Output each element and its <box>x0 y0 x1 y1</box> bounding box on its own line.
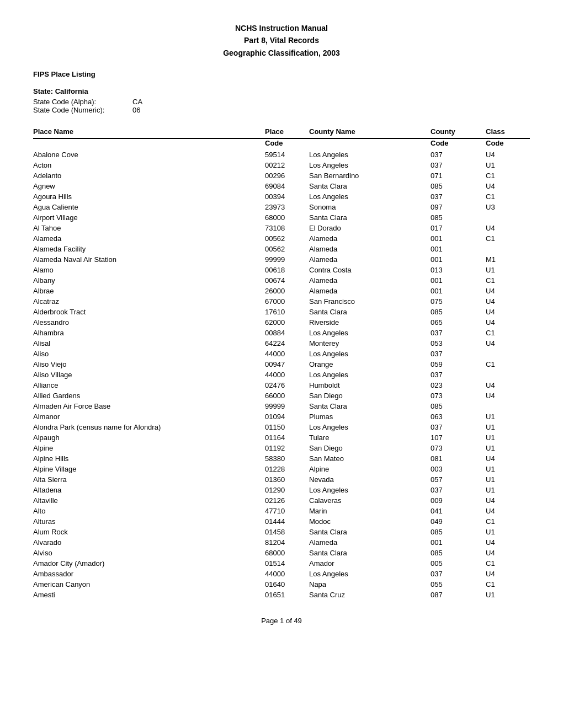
cell-place-code: 01640 <box>265 579 309 590</box>
cell-county-name: Marin <box>309 506 431 516</box>
cell-county-name: Los Angeles <box>309 149 431 160</box>
cell-county-code: 001 <box>431 233 486 244</box>
th-class-code-1: Class <box>486 125 530 138</box>
cell-county-name: Humboldt <box>309 380 431 390</box>
cell-place-name: Alpine Village <box>33 464 265 474</box>
cell-place-code: 01150 <box>265 422 309 432</box>
cell-county-name: Nevada <box>309 474 431 485</box>
cell-place-name: American Canyon <box>33 579 265 590</box>
cell-class-code: C1 <box>486 558 530 569</box>
cell-county-name: Modoc <box>309 516 431 527</box>
cell-class-code: U4 <box>486 390 530 401</box>
cell-county-code: 003 <box>431 464 486 474</box>
cell-county-name: Alameda <box>309 275 431 286</box>
cell-county-name: San Francisco <box>309 296 431 307</box>
th-place-code-1: Place <box>265 125 309 138</box>
cell-place-code: 99999 <box>265 254 309 265</box>
cell-place-code: 01192 <box>265 443 309 453</box>
th-county-code-2: Code <box>431 138 486 149</box>
cell-county-name: Los Angeles <box>309 485 431 495</box>
table-row: Altadena01290Los Angeles037U1 <box>33 485 530 495</box>
cell-class-code: U1 <box>486 432 530 443</box>
cell-county-code: 073 <box>431 443 486 453</box>
cell-county-code: 075 <box>431 296 486 307</box>
cell-class-code: U4 <box>486 495 530 506</box>
cell-county-code: 085 <box>431 527 486 537</box>
cell-county-name: Alameda <box>309 254 431 265</box>
table-row: Alderbrook Tract17610Santa Clara085U4 <box>33 307 530 317</box>
cell-place-name: Alum Rock <box>33 527 265 537</box>
cell-place-name: Aliso Viejo <box>33 359 265 370</box>
cell-county-code: 055 <box>431 579 486 590</box>
cell-place-name: Alto <box>33 506 265 516</box>
cell-class-code: U4 <box>486 506 530 516</box>
cell-county-name: Sonoma <box>309 202 431 212</box>
cell-place-code: 17610 <box>265 307 309 317</box>
table-row: Airport Village68000Santa Clara085 <box>33 212 530 223</box>
cell-place-name: Agua Caliente <box>33 202 265 212</box>
cell-class-code: U1 <box>486 590 530 600</box>
cell-place-code: 00947 <box>265 359 309 370</box>
cell-county-code: 001 <box>431 537 486 548</box>
page-label: Page 1 of 49 <box>261 617 302 625</box>
cell-place-name: Albany <box>33 275 265 286</box>
cell-place-name: Agnew <box>33 181 265 191</box>
cell-class-code <box>486 349 530 359</box>
cell-place-name: Alisal <box>33 338 265 349</box>
cell-county-code: 013 <box>431 265 486 275</box>
cell-county-code: 001 <box>431 244 486 254</box>
cell-class-code: U3 <box>486 202 530 212</box>
cell-place-code: 00562 <box>265 233 309 244</box>
table-row: Al Tahoe73108El Dorado017U4 <box>33 223 530 233</box>
cell-place-name: Alpine Hills <box>33 453 265 464</box>
table-header-row-1: Place Name Place County Name County Clas… <box>33 125 530 138</box>
cell-class-code: U1 <box>486 474 530 485</box>
cell-county-name: Los Angeles <box>309 422 431 432</box>
cell-place-name: Amador City (Amador) <box>33 558 265 569</box>
cell-class-code: C1 <box>486 359 530 370</box>
cell-class-code: C1 <box>486 579 530 590</box>
cell-county-name: Napa <box>309 579 431 590</box>
cell-class-code: U4 <box>486 286 530 296</box>
cell-county-code: 017 <box>431 223 486 233</box>
cell-county-code: 037 <box>431 485 486 495</box>
cell-class-code: C1 <box>486 275 530 286</box>
cell-county-name: Alameda <box>309 537 431 548</box>
table-row: Alessandro62000Riverside065U4 <box>33 317 530 328</box>
cell-county-code: 037 <box>431 422 486 432</box>
table-row: Alvarado81204Alameda001U4 <box>33 537 530 548</box>
table-row: Almanor01094Plumas063U1 <box>33 411 530 422</box>
cell-place-code: 47710 <box>265 506 309 516</box>
cell-place-name: Allied Gardens <box>33 390 265 401</box>
cell-county-code: 085 <box>431 307 486 317</box>
cell-place-code: 00394 <box>265 191 309 202</box>
cell-county-name: Los Angeles <box>309 328 431 338</box>
cell-place-code: 44000 <box>265 569 309 579</box>
cell-county-name: Los Angeles <box>309 160 431 170</box>
cell-county-name: Santa Clara <box>309 212 431 223</box>
cell-county-code: 001 <box>431 286 486 296</box>
cell-place-code: 99999 <box>265 401 309 411</box>
cell-county-code: 073 <box>431 390 486 401</box>
cell-county-code: 005 <box>431 558 486 569</box>
cell-class-code: U1 <box>486 422 530 432</box>
cell-class-code: U4 <box>486 548 530 558</box>
cell-county-name: San Diego <box>309 390 431 401</box>
cell-class-code: U4 <box>486 307 530 317</box>
cell-class-code: U1 <box>486 160 530 170</box>
cell-place-name: Alderbrook Tract <box>33 307 265 317</box>
table-row: Aliso Viejo00947Orange059C1 <box>33 359 530 370</box>
cell-county-name: Alameda <box>309 286 431 296</box>
th-class-code-2: Code <box>486 138 530 149</box>
cell-county-code: 037 <box>431 191 486 202</box>
cell-place-name: Aliso Village <box>33 370 265 380</box>
cell-place-code: 44000 <box>265 349 309 359</box>
cell-place-name: Alpaugh <box>33 432 265 443</box>
cell-class-code: U4 <box>486 223 530 233</box>
cell-place-name: Ambassador <box>33 569 265 579</box>
cell-class-code <box>486 401 530 411</box>
cell-county-code: 037 <box>431 370 486 380</box>
cell-place-name: Alameda Naval Air Station <box>33 254 265 265</box>
cell-county-name: Contra Costa <box>309 265 431 275</box>
cell-place-name: Airport Village <box>33 212 265 223</box>
